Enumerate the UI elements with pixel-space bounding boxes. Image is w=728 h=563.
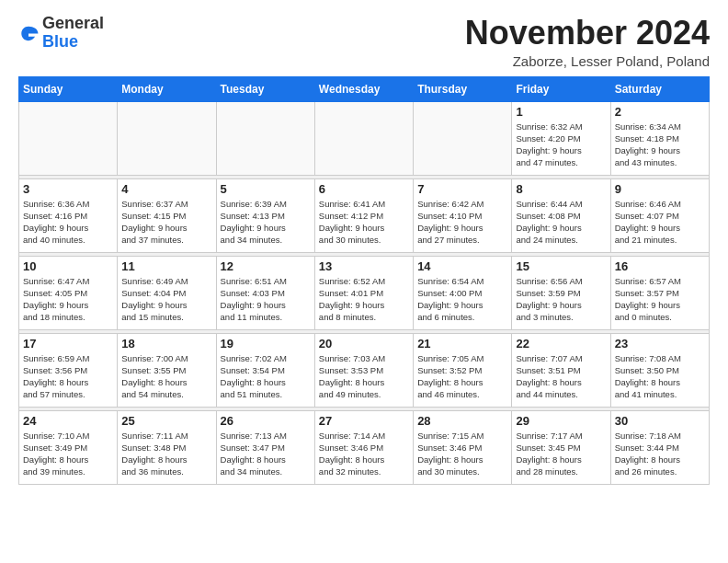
day-info: Sunrise: 7:10 AM Sunset: 3:49 PM Dayligh… [23,430,113,478]
day-info: Sunrise: 7:15 AM Sunset: 3:46 PM Dayligh… [417,430,507,478]
day-info: Sunrise: 6:42 AM Sunset: 4:10 PM Dayligh… [417,198,507,247]
calendar-cell: 27Sunrise: 7:14 AM Sunset: 3:46 PM Dayli… [314,410,413,484]
day-info: Sunrise: 6:46 AM Sunset: 4:07 PM Dayligh… [615,198,705,247]
calendar-cell: 10Sunrise: 6:47 AM Sunset: 4:05 PM Dayli… [19,256,118,329]
calendar-cell: 8Sunrise: 6:44 AM Sunset: 4:08 PM Daylig… [512,178,610,252]
calendar-cell: 28Sunrise: 7:15 AM Sunset: 3:46 PM Dayli… [414,410,512,484]
column-header-friday: Friday [512,76,610,101]
calendar-cell [216,101,314,175]
calendar-cell: 14Sunrise: 6:54 AM Sunset: 4:00 PM Dayli… [414,256,512,329]
calendar-cell: 15Sunrise: 6:56 AM Sunset: 3:59 PM Dayli… [512,256,610,329]
calendar-week-2: 3Sunrise: 6:36 AM Sunset: 4:16 PM Daylig… [19,178,710,252]
calendar-cell: 29Sunrise: 7:17 AM Sunset: 3:45 PM Dayli… [512,410,610,484]
day-number: 15 [516,259,606,273]
calendar-cell [314,101,413,175]
day-info: Sunrise: 6:41 AM Sunset: 4:12 PM Dayligh… [319,198,409,247]
day-info: Sunrise: 6:37 AM Sunset: 4:15 PM Dayligh… [121,198,211,247]
day-number: 27 [319,414,409,428]
day-number: 24 [23,414,113,428]
day-info: Sunrise: 7:03 AM Sunset: 3:53 PM Dayligh… [319,352,409,401]
calendar-cell [118,101,216,175]
day-info: Sunrise: 6:54 AM Sunset: 4:00 PM Dayligh… [417,275,507,324]
day-number: 4 [121,182,211,196]
column-header-thursday: Thursday [414,76,512,101]
calendar-cell: 23Sunrise: 7:08 AM Sunset: 3:50 PM Dayli… [610,333,709,407]
page-header: General Blue November 2024 Zaborze, Less… [0,0,728,76]
day-number: 1 [516,105,606,119]
day-number: 22 [516,337,606,350]
logo-general-text: General [42,15,104,33]
calendar-cell: 16Sunrise: 6:57 AM Sunset: 3:57 PM Dayli… [610,256,709,329]
calendar-cell: 3Sunrise: 6:36 AM Sunset: 4:16 PM Daylig… [19,178,118,252]
day-number: 6 [319,182,409,196]
calendar-cell [19,101,118,175]
day-info: Sunrise: 7:08 AM Sunset: 3:50 PM Dayligh… [615,352,705,401]
column-header-monday: Monday [118,76,216,101]
calendar-cell: 26Sunrise: 7:13 AM Sunset: 3:47 PM Dayli… [216,410,314,484]
day-number: 20 [319,337,409,350]
day-info: Sunrise: 6:34 AM Sunset: 4:18 PM Dayligh… [615,121,705,169]
title-section: November 2024 Zaborze, Lesser Poland, Po… [465,15,710,69]
calendar-week-5: 24Sunrise: 7:10 AM Sunset: 3:49 PM Dayli… [19,410,710,484]
logo-blue-text: Blue [42,33,104,52]
calendar-cell: 12Sunrise: 6:51 AM Sunset: 4:03 PM Dayli… [216,256,314,329]
day-info: Sunrise: 6:57 AM Sunset: 3:57 PM Dayligh… [615,275,705,324]
day-number: 25 [121,414,211,428]
day-info: Sunrise: 6:39 AM Sunset: 4:13 PM Dayligh… [221,198,311,247]
day-info: Sunrise: 6:36 AM Sunset: 4:16 PM Dayligh… [23,198,113,247]
day-number: 16 [615,259,705,273]
day-number: 26 [221,414,311,428]
location: Zaborze, Lesser Poland, Poland [465,53,710,69]
calendar-cell: 7Sunrise: 6:42 AM Sunset: 4:10 PM Daylig… [414,178,512,252]
day-number: 29 [516,414,606,428]
calendar-cell: 19Sunrise: 7:02 AM Sunset: 3:54 PM Dayli… [216,333,314,407]
day-info: Sunrise: 6:49 AM Sunset: 4:04 PM Dayligh… [121,275,211,324]
calendar-cell: 21Sunrise: 7:05 AM Sunset: 3:52 PM Dayli… [414,333,512,407]
day-number: 10 [23,259,113,273]
day-number: 23 [615,337,705,350]
calendar-header-row: SundayMondayTuesdayWednesdayThursdayFrid… [19,76,710,101]
logo-icon [18,24,39,44]
day-number: 5 [221,182,311,196]
day-info: Sunrise: 7:18 AM Sunset: 3:44 PM Dayligh… [615,430,705,478]
day-info: Sunrise: 7:14 AM Sunset: 3:46 PM Dayligh… [319,430,409,478]
day-info: Sunrise: 6:44 AM Sunset: 4:08 PM Dayligh… [516,198,606,247]
calendar-cell: 2Sunrise: 6:34 AM Sunset: 4:18 PM Daylig… [610,101,709,175]
calendar-cell: 1Sunrise: 6:32 AM Sunset: 4:20 PM Daylig… [512,101,610,175]
calendar-cell: 18Sunrise: 7:00 AM Sunset: 3:55 PM Dayli… [118,333,216,407]
calendar-cell: 20Sunrise: 7:03 AM Sunset: 3:53 PM Dayli… [314,333,413,407]
calendar-cell: 11Sunrise: 6:49 AM Sunset: 4:04 PM Dayli… [118,256,216,329]
calendar-cell: 17Sunrise: 6:59 AM Sunset: 3:56 PM Dayli… [19,333,118,407]
calendar-cell: 6Sunrise: 6:41 AM Sunset: 4:12 PM Daylig… [314,178,413,252]
day-number: 8 [516,182,606,196]
day-info: Sunrise: 7:05 AM Sunset: 3:52 PM Dayligh… [417,352,507,401]
day-number: 30 [615,414,705,428]
column-header-wednesday: Wednesday [314,76,413,101]
day-info: Sunrise: 7:13 AM Sunset: 3:47 PM Dayligh… [221,430,311,478]
calendar-week-4: 17Sunrise: 6:59 AM Sunset: 3:56 PM Dayli… [19,333,710,407]
day-info: Sunrise: 7:02 AM Sunset: 3:54 PM Dayligh… [221,352,311,401]
column-header-tuesday: Tuesday [216,76,314,101]
day-info: Sunrise: 7:07 AM Sunset: 3:51 PM Dayligh… [516,352,606,401]
calendar-cell: 25Sunrise: 7:11 AM Sunset: 3:48 PM Dayli… [118,410,216,484]
day-number: 18 [121,337,211,350]
day-info: Sunrise: 7:17 AM Sunset: 3:45 PM Dayligh… [516,430,606,478]
day-info: Sunrise: 6:59 AM Sunset: 3:56 PM Dayligh… [23,352,113,401]
day-number: 28 [417,414,507,428]
calendar-cell: 24Sunrise: 7:10 AM Sunset: 3:49 PM Dayli… [19,410,118,484]
calendar-cell: 30Sunrise: 7:18 AM Sunset: 3:44 PM Dayli… [610,410,709,484]
logo-text: General Blue [42,15,104,52]
day-info: Sunrise: 6:47 AM Sunset: 4:05 PM Dayligh… [23,275,113,324]
day-number: 19 [221,337,311,350]
logo: General Blue [18,15,104,52]
day-number: 13 [319,259,409,273]
day-info: Sunrise: 6:56 AM Sunset: 3:59 PM Dayligh… [516,275,606,324]
calendar-cell [414,101,512,175]
column-header-sunday: Sunday [19,76,118,101]
day-number: 9 [615,182,705,196]
day-number: 11 [121,259,211,273]
calendar-week-1: 1Sunrise: 6:32 AM Sunset: 4:20 PM Daylig… [19,101,710,175]
day-number: 21 [417,337,507,350]
day-info: Sunrise: 7:11 AM Sunset: 3:48 PM Dayligh… [121,430,211,478]
calendar-cell: 9Sunrise: 6:46 AM Sunset: 4:07 PM Daylig… [610,178,709,252]
